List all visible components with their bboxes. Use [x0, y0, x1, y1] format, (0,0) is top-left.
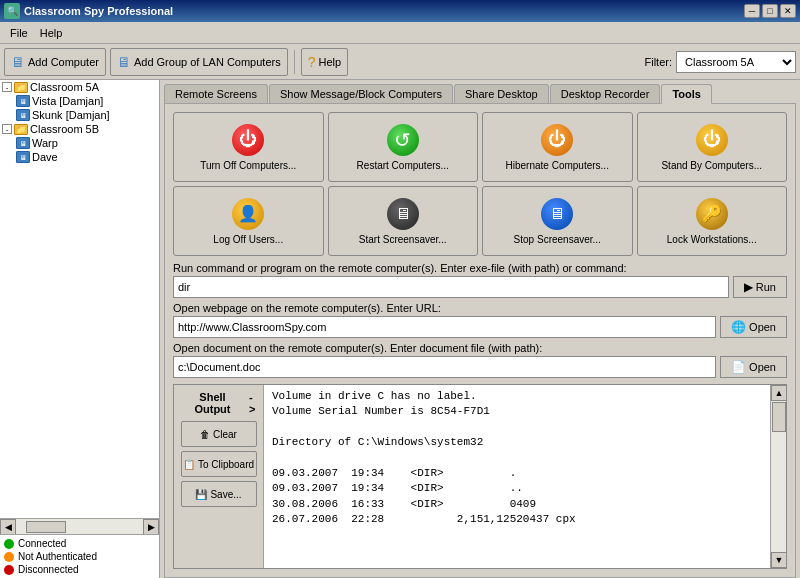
clear-icon: 🗑: [200, 429, 210, 440]
scroll-left-btn[interactable]: ◀: [0, 519, 16, 535]
shell-arrow: ->: [249, 391, 259, 415]
title-bar: 🔍 Classroom Spy Professional ─ □ ✕: [0, 0, 800, 22]
tab-remote-screens[interactable]: Remote Screens: [164, 84, 268, 103]
restart-button[interactable]: ↺ Restart Computers...: [328, 112, 479, 182]
start-screensaver-button[interactable]: 🖥 Start Screensaver...: [328, 186, 479, 256]
add-computer-button[interactable]: 🖥 Add Computer: [4, 48, 106, 76]
tree-item-classroom5a[interactable]: - 📁 Classroom 5A: [0, 80, 159, 94]
right-panel: Remote Screens Show Message/Block Comput…: [160, 80, 800, 578]
minimize-button[interactable]: ─: [744, 4, 760, 18]
not-auth-dot: [4, 552, 14, 562]
folder-icon-5b: 📁: [14, 124, 28, 135]
help-icon: ?: [308, 54, 316, 70]
filter-label: Filter:: [645, 56, 673, 68]
computer-icon-warp: 🖥: [16, 137, 30, 149]
disconnected-dot: [4, 565, 14, 575]
open-doc-label: Open document on the remote computer(s).…: [173, 342, 787, 354]
tab-desktop-recorder[interactable]: Desktop Recorder: [550, 84, 661, 103]
turn-off-button[interactable]: ⏻ Turn Off Computers...: [173, 112, 324, 182]
tree-item-vista[interactable]: 🖥 Vista [Damjan]: [0, 94, 159, 108]
computer-icon-vista: 🖥: [16, 95, 30, 107]
close-button[interactable]: ✕: [780, 4, 796, 18]
start-screensaver-label: Start Screensaver...: [359, 234, 447, 245]
shell-scrollbar: ▲ ▼: [770, 385, 786, 568]
left-panel: - 📁 Classroom 5A 🖥 Vista [Damjan] 🖥 Skun…: [0, 80, 160, 578]
disconnected-label: Disconnected: [18, 564, 79, 575]
stand-by-icon: ⏻: [696, 124, 728, 156]
toolbar: 🖥 Add Computer 🖥 Add Group of LAN Comput…: [0, 44, 800, 80]
stop-screensaver-icon: 🖥: [541, 198, 573, 230]
open-url-input[interactable]: [173, 316, 716, 338]
open-doc-button[interactable]: 📄 Open: [720, 356, 787, 378]
file-menu[interactable]: File: [4, 25, 34, 41]
dave-label: Dave: [32, 151, 58, 163]
tab-tools[interactable]: Tools: [661, 84, 712, 104]
tree-item-warp[interactable]: 🖥 Warp: [0, 136, 159, 150]
expand-classroom5b[interactable]: -: [2, 124, 12, 134]
scroll-down-btn[interactable]: ▼: [771, 552, 787, 568]
turn-off-icon: ⏻: [232, 124, 264, 156]
classroom5a-label: Classroom 5A: [30, 81, 99, 93]
run-button[interactable]: ▶ Run: [733, 276, 787, 298]
open-url-row: Open webpage on the remote computer(s). …: [173, 302, 787, 338]
tree-item-skunk[interactable]: 🖥 Skunk [Damjan]: [0, 108, 159, 122]
tab-share-desktop[interactable]: Share Desktop: [454, 84, 549, 103]
open-doc-icon: 📄: [731, 360, 746, 374]
vista-label: Vista [Damjan]: [32, 95, 103, 107]
folder-icon: 📁: [14, 82, 28, 93]
help-button[interactable]: ? Help: [301, 48, 348, 76]
add-computer-icon: 🖥: [11, 54, 25, 70]
maximize-button[interactable]: □: [762, 4, 778, 18]
add-group-icon: 🖥: [117, 54, 131, 70]
stand-by-label: Stand By Computers...: [661, 160, 762, 171]
open-url-button[interactable]: 🌐 Open: [720, 316, 787, 338]
save-button[interactable]: 💾 Save...: [181, 481, 257, 507]
lock-workstations-button[interactable]: 🔑 Lock Workstations...: [637, 186, 788, 256]
scroll-thumb[interactable]: [772, 402, 786, 432]
expand-classroom5a[interactable]: -: [2, 82, 12, 92]
to-clipboard-button[interactable]: 📋 To Clipboard: [181, 451, 257, 477]
lock-icon: 🔑: [696, 198, 728, 230]
scroll-up-btn[interactable]: ▲: [771, 385, 787, 401]
filter-select[interactable]: Classroom 5A Classroom 5B All: [676, 51, 796, 73]
log-off-label: Log Off Users...: [213, 234, 283, 245]
computer-icon-dave: 🖥: [16, 151, 30, 163]
open-doc-input[interactable]: [173, 356, 716, 378]
connected-dot: [4, 539, 14, 549]
tab-show-message[interactable]: Show Message/Block Computers: [269, 84, 453, 103]
open-url-icon: 🌐: [731, 320, 746, 334]
command-sections: Run command or program on the remote com…: [173, 262, 787, 378]
clear-button[interactable]: 🗑 Clear: [181, 421, 257, 447]
tree-item-dave[interactable]: 🖥 Dave: [0, 150, 159, 164]
run-command-label: Run command or program on the remote com…: [173, 262, 787, 274]
scroll-track: [771, 401, 786, 552]
log-off-icon: 👤: [232, 198, 264, 230]
log-off-button[interactable]: 👤 Log Off Users...: [173, 186, 324, 256]
open-doc-row: Open document on the remote computer(s).…: [173, 342, 787, 378]
not-auth-label: Not Authenticated: [18, 551, 97, 562]
tree-item-classroom5b[interactable]: - 📁 Classroom 5B: [0, 122, 159, 136]
stop-screensaver-button[interactable]: 🖥 Stop Screensaver...: [482, 186, 633, 256]
lock-label: Lock Workstations...: [667, 234, 757, 245]
app-icon: 🔍: [4, 3, 20, 19]
hibernate-button[interactable]: ⏻ Hibernate Computers...: [482, 112, 633, 182]
scroll-h-thumb[interactable]: [26, 521, 66, 533]
stand-by-button[interactable]: ⏻ Stand By Computers...: [637, 112, 788, 182]
left-hscroll: ◀ ▶: [0, 518, 159, 534]
shell-title: Shell Output: [178, 389, 247, 417]
menu-bar: File Help: [0, 22, 800, 44]
warp-label: Warp: [32, 137, 58, 149]
scroll-right-btn[interactable]: ▶: [143, 519, 159, 535]
run-command-row: Run command or program on the remote com…: [173, 262, 787, 298]
turn-off-label: Turn Off Computers...: [200, 160, 296, 171]
restart-icon: ↺: [387, 124, 419, 156]
restart-label: Restart Computers...: [357, 160, 449, 171]
help-menu[interactable]: Help: [34, 25, 69, 41]
start-screensaver-icon: 🖥: [387, 198, 419, 230]
tree-view: - 📁 Classroom 5A 🖥 Vista [Damjan] 🖥 Skun…: [0, 80, 159, 518]
app-title: Classroom Spy Professional: [24, 5, 173, 17]
run-command-input[interactable]: [173, 276, 729, 298]
save-icon: 💾: [195, 489, 207, 500]
add-group-button[interactable]: 🖥 Add Group of LAN Computers: [110, 48, 288, 76]
main-container: - 📁 Classroom 5A 🖥 Vista [Damjan] 🖥 Skun…: [0, 80, 800, 578]
